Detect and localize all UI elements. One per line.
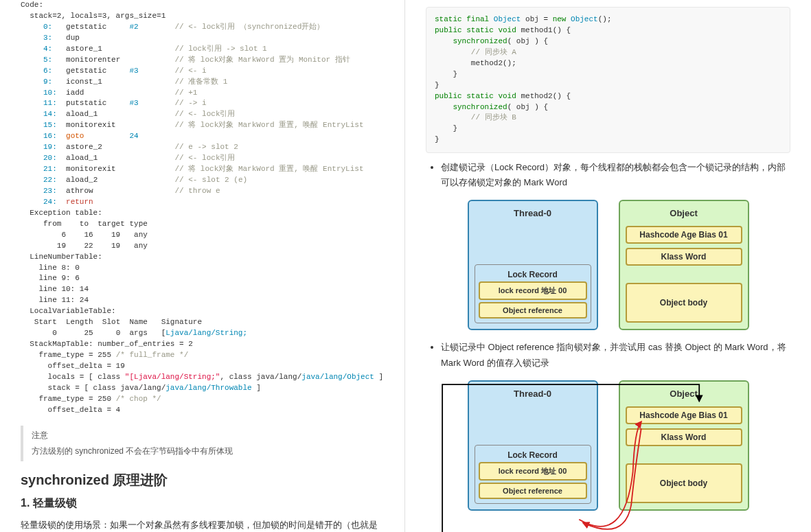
para-1: 轻量级锁的使用场景：如果一个对象虽然有多线程要加锁，但加锁的时间是错开的（也就是… <box>21 518 384 532</box>
heading-advanced: synchronized 原理进阶 <box>21 471 384 489</box>
java-path: java <box>256 373 274 381</box>
object-body: Object body <box>626 283 742 323</box>
heading-lightweight: 1. 轻量级锁 <box>21 496 384 511</box>
object-box: Object Hashcode Age Bias 01 Klass Word O… <box>619 200 749 330</box>
note-title: 注意 <box>32 430 376 441</box>
thread-box: Thread-0 Lock Record lock record 地址 00 O… <box>468 200 598 330</box>
bullet-2: 让锁记录中 Object reference 指向锁对象，并尝试用 cas 替换… <box>441 340 790 370</box>
right-column: static final Object obj = new Object(); … <box>405 0 811 532</box>
thread-box-2: Thread-0 Lock Record lock record 地址 00 O… <box>468 380 598 511</box>
lock-record-title-2: Lock Record <box>477 450 589 460</box>
object-reference: Object reference <box>479 302 587 319</box>
lock-record-box-2: Lock Record lock record 地址 00 Object ref… <box>475 445 591 504</box>
object-title: Object <box>624 205 744 224</box>
klass-field-2: Klass Word <box>626 428 742 446</box>
klass-field: Klass Word <box>626 248 742 266</box>
thread-title-2: Thread-0 <box>473 386 593 404</box>
object-reference-2: Object reference <box>479 483 587 499</box>
lock-record-title: Lock Record <box>477 270 589 279</box>
diagram-1: Thread-0 Lock Record lock record 地址 00 O… <box>426 200 790 330</box>
java-code-block: static final Object obj = new Object(); … <box>426 7 790 153</box>
lock-record-addr-2: lock record 地址 00 <box>479 462 587 481</box>
object-title-2: Object <box>624 386 744 404</box>
bytecode-block: Code: stack=2, locals=3, args_size=1 0: … <box>21 0 384 416</box>
thread-title: Thread-0 <box>473 205 593 224</box>
hash-field: Hashcode Age Bias 01 <box>626 226 742 244</box>
hash-field-2: Hashcode Age Bias 01 <box>626 406 742 424</box>
object-body-2: Object body <box>626 463 742 503</box>
note-body: 方法级别的 synchronized 不会在字节码指令中有所体现 <box>32 446 376 457</box>
diagram-2: Thread-0 Lock Record lock record 地址 00 O… <box>426 380 790 511</box>
note-block: 注意 方法级别的 synchronized 不会在字节码指令中有所体现 <box>21 426 384 461</box>
lock-record-addr: lock record 地址 00 <box>479 281 587 300</box>
bullet-1: 创建锁记录（Lock Record）对象，每个线程都的栈帧都会包含一个锁记录的结… <box>441 160 790 190</box>
lock-record-box: Lock Record lock record 地址 00 Object ref… <box>475 264 591 323</box>
object-box-2: Object Hashcode Age Bias 01 Klass Word O… <box>619 380 749 511</box>
left-column: Code: stack=2, locals=3, args_size=1 0: … <box>0 0 405 532</box>
